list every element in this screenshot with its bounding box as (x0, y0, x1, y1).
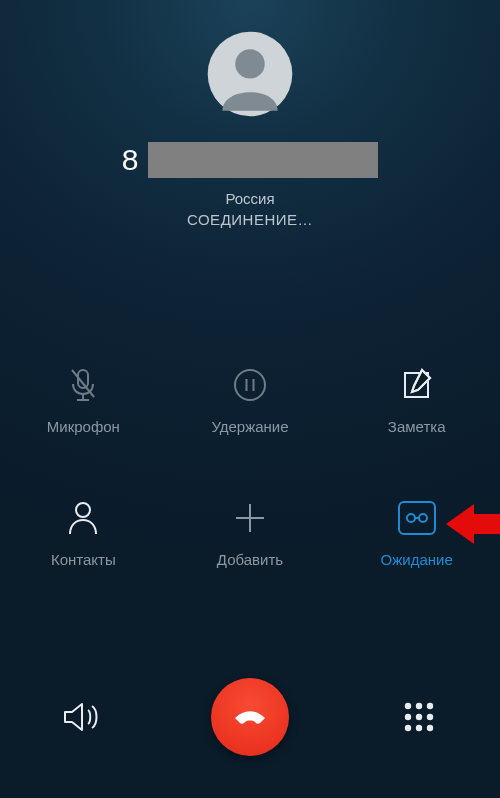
mute-label: Микрофон (47, 418, 120, 435)
svg-point-12 (407, 514, 415, 522)
dialpad-icon (402, 700, 436, 734)
pause-icon (231, 366, 269, 404)
plus-icon (231, 499, 269, 537)
svg-point-19 (416, 714, 422, 720)
dialpad-button[interactable] (388, 700, 450, 734)
phone-prefix: 8 (122, 143, 139, 177)
speaker-button[interactable] (50, 700, 112, 734)
svg-point-20 (427, 714, 433, 720)
svg-point-13 (419, 514, 427, 522)
svg-point-9 (76, 503, 90, 517)
mic-off-icon (64, 366, 102, 404)
svg-point-15 (405, 703, 411, 709)
record-icon (398, 499, 436, 537)
contacts-label: Контакты (51, 551, 116, 568)
hangup-icon (229, 696, 271, 738)
speaker-icon (61, 700, 101, 734)
svg-point-21 (405, 725, 411, 731)
svg-point-23 (427, 725, 433, 731)
hold-label: Удержание (211, 418, 288, 435)
svg-point-16 (416, 703, 422, 709)
svg-point-6 (235, 370, 265, 400)
note-icon (398, 366, 436, 404)
region-label: Россия (0, 190, 500, 207)
svg-point-22 (416, 725, 422, 731)
svg-point-1 (235, 49, 264, 78)
note-label: Заметка (388, 418, 446, 435)
svg-point-17 (427, 703, 433, 709)
bottom-bar (0, 678, 500, 756)
add-label: Добавить (217, 551, 283, 568)
add-button[interactable]: Добавить (167, 499, 334, 568)
call-header: 8 Россия СОЕДИНЕНИЕ… (0, 0, 500, 228)
avatar (0, 28, 500, 120)
person-icon (64, 499, 102, 537)
phone-redacted (148, 142, 378, 178)
svg-line-5 (72, 370, 94, 397)
phone-number: 8 (0, 142, 500, 178)
wait-label: Ожидание (381, 551, 453, 568)
contacts-button[interactable]: Контакты (0, 499, 167, 568)
status-label: СОЕДИНЕНИЕ… (0, 211, 500, 228)
call-actions-grid: Микрофон Удержание Заметка (0, 366, 500, 568)
svg-point-18 (405, 714, 411, 720)
hold-button[interactable]: Удержание (167, 366, 334, 435)
avatar-icon (204, 28, 296, 120)
hangup-button[interactable] (211, 678, 289, 756)
mute-button[interactable]: Микрофон (0, 366, 167, 435)
note-button[interactable]: Заметка (333, 366, 500, 435)
wait-button[interactable]: Ожидание (333, 499, 500, 568)
